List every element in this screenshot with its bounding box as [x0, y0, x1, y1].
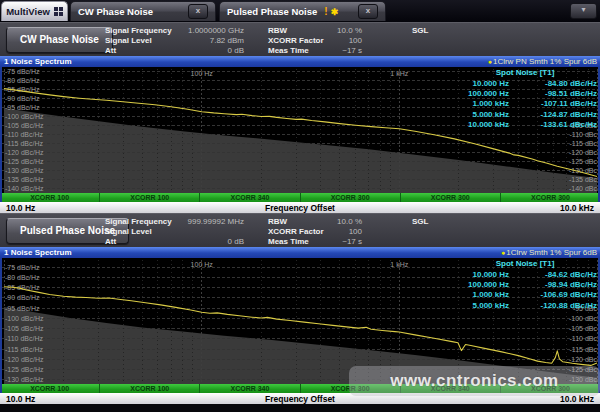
label-signal-level: Signal Level [105, 36, 172, 45]
xcorr-bar-cw: XCORR 100XCORR 100XCORR 340XCORR 300XCOR… [0, 193, 600, 202]
channel1-select-button[interactable]: CW Phase Noise [6, 27, 113, 53]
spot-noise-level: -106.69 dBc/Hz [509, 290, 597, 300]
label-meas-time: Meas Time [268, 237, 326, 246]
spot-noise-table-pulsed: Spot Noise [T1]10.000 Hz-84.62 dBc/Hz100… [427, 259, 597, 311]
value-xcorr-factor: 100 [326, 36, 362, 45]
tab-multiview[interactable]: MultiView [1, 1, 68, 21]
tab-cw-label: CW Phase Noise [78, 6, 153, 17]
value-signal-frequency: 1.0000000 GHz [172, 26, 244, 35]
y-axis-tick-label-right: -110 dBc [570, 335, 598, 342]
x-axis-decade-label: 100 Hz [191, 261, 214, 268]
x-axis-title: Frequency Offset [126, 203, 474, 213]
y-axis-tick-label: -90 dBc/Hz [5, 294, 40, 301]
value-att: 0 dB [172, 237, 244, 246]
y-axis-tick-label-right: -120 dBc [569, 149, 598, 156]
y-axis-tick-label: -140 dBc/Hz [5, 185, 44, 192]
spot-noise-row: 5.000 kHz-120.88 dBc/Hz [427, 301, 597, 311]
value-xcorr-factor: 100 [326, 227, 362, 236]
tab-cw-close-icon[interactable]: x [188, 4, 208, 19]
value-meas-time: ~17 s [326, 46, 362, 55]
trace1-info-text: 1Clrw PN Smth 1% Spur 6dB [493, 57, 597, 66]
spot-noise-level: -98.94 dBc/Hz [509, 280, 597, 290]
y-axis-tick-label: -80 dBc/Hz [5, 274, 40, 281]
xcorr-segment: XCORR 100 [100, 384, 200, 393]
y-axis-tick-label: -120 dBc/Hz [5, 356, 44, 363]
spot-noise-level: -84.62 dBc/Hz [509, 270, 597, 280]
tab-pulsed-phase-noise[interactable]: Pulsed Phase Noise ! ✱ x [219, 1, 386, 21]
y-axis-tick-label-right: -115 dBc [570, 346, 598, 353]
trace-color-bullet-icon: ● [501, 249, 505, 256]
spot-noise-level: -98.51 dBc/Hz [509, 89, 597, 99]
window2-title-bar: 1 Noise Spectrum ●1Clrw Smth 1% Spur 6dB [0, 247, 600, 258]
xcorr-segment: XCORR 100 [0, 384, 100, 393]
xcorr-segment: XCORR 300 [401, 193, 501, 202]
x-axis-decade-label: 1 kHz [390, 70, 408, 77]
label-att: Att [105, 237, 172, 246]
y-axis-tick-label: -105 dBc/Hz [5, 122, 44, 129]
sgl-indicator: SGL [398, 217, 458, 226]
trace2-info-text: 1Clrw Smth 1% Spur 6dB [506, 248, 597, 257]
spot-noise-frequency: 100.000 Hz [437, 280, 509, 290]
star-icon: ✱ [331, 7, 339, 17]
label-rbw: RBW [268, 26, 326, 35]
window1-title: 1 Noise Spectrum [0, 57, 72, 66]
window-menu-dropdown-icon[interactable]: ▾ [570, 3, 597, 19]
xcorr-segment: XCORR 340 [200, 384, 300, 393]
spot-noise-row: 100.000 Hz-98.51 dBc/Hz [427, 89, 597, 99]
y-axis-tick-label-right: -115 dBc [570, 140, 598, 147]
value-rbw: 10.0 % [326, 26, 362, 35]
y-axis-tick-label: -90 dBc/Hz [5, 95, 40, 102]
bottom-strip [0, 404, 600, 412]
y-axis-tick-label: -95 dBc/Hz [5, 305, 40, 312]
label-rbw: RBW [268, 217, 326, 226]
spot-noise-title: Spot Noise [T1] [427, 259, 597, 270]
spot-noise-table-cw: Spot Noise [T1]10.000 Hz-84.80 dBc/Hz100… [427, 68, 597, 131]
xcorr-segment: XCORR 340 [200, 193, 300, 202]
tab-cw-phase-noise[interactable]: CW Phase Noise x [70, 1, 216, 21]
channel1-header: CW Phase Noise Signal Frequency 1.000000… [0, 22, 600, 56]
y-axis-tick-label-right: -105 dBc [569, 325, 598, 332]
label-signal-level: Signal Level [105, 227, 172, 236]
trace-color-bullet-icon: ● [488, 58, 492, 65]
y-axis-tick-label-right: -100 dBc [569, 315, 598, 322]
spot-noise-row: 10.000 Hz-84.80 dBc/Hz [427, 79, 597, 89]
channel1-settings-table: Signal Frequency 1.0000000 GHz RBW 10.0 … [105, 25, 458, 56]
multiview-grid-icon [54, 7, 63, 16]
xcorr-segment: XCORR 100 [0, 193, 100, 202]
y-axis-tick-label: -115 dBc/Hz [5, 140, 43, 147]
xcorr-segment: XCORR 100 [100, 193, 200, 202]
x-axis-stop: 10.0 kHz [474, 203, 600, 213]
spot-noise-title: Spot Noise [T1] [427, 68, 597, 79]
y-axis-tick-label: -110 dBc/Hz [5, 131, 43, 138]
spot-noise-frequency: 10.000 Hz [437, 270, 509, 280]
value-rbw: 10.0 % [326, 217, 362, 226]
label-signal-frequency: Signal Frequency [105, 217, 172, 226]
y-axis-tick-label-right: -135 dBc [569, 176, 598, 183]
tab-pulsed-label: Pulsed Phase Noise [227, 6, 317, 17]
window1-title-bar: 1 Noise Spectrum ●1Clrw PN Smth 1% Spur … [0, 56, 600, 67]
value-meas-time: ~17 s [326, 237, 362, 246]
trace1-info: ●1Clrw PN Smth 1% Spur 6dB [488, 57, 600, 66]
watermark: www.cntronics.com [349, 366, 600, 396]
x-axis-start: 10.0 Hz [0, 394, 126, 404]
trace2-info: ●1Clrw Smth 1% Spur 6dB [501, 248, 600, 257]
y-axis-tick-label: -75 dBc/Hz [5, 68, 40, 75]
spot-noise-row: 10.000 kHz-133.61 dBc/Hz [427, 120, 597, 130]
y-axis-tick-label: -125 dBc/Hz [5, 158, 44, 165]
tab-pulsed-close-icon[interactable]: x [358, 4, 378, 19]
y-axis-tick-label-right: -140 dBc [569, 185, 598, 192]
spot-noise-row: 1.000 kHz-107.11 dBc/Hz [427, 99, 597, 109]
y-axis-tick-label: -100 dBc/Hz [5, 113, 44, 120]
spot-noise-frequency: 5.000 kHz [437, 110, 509, 120]
spot-noise-level: -133.61 dBc/Hz [509, 120, 597, 130]
spot-noise-frequency: 100.000 Hz [437, 89, 509, 99]
y-axis-tick-label: -100 dBc/Hz [5, 315, 44, 322]
spot-noise-frequency: 1.000 kHz [437, 290, 509, 300]
x-axis-decade-label: 100 Hz [191, 70, 214, 77]
y-axis-tick-label-right: -120 dBc [569, 356, 598, 363]
top-tab-bar: MultiView CW Phase Noise x Pulsed Phase … [0, 0, 600, 22]
label-meas-time: Meas Time [268, 46, 326, 55]
y-axis-tick-label: -130 dBc/Hz [5, 376, 44, 383]
y-axis-tick-label: -110 dBc/Hz [5, 335, 43, 342]
value-signal-frequency: 999.99992 MHz [172, 217, 244, 226]
